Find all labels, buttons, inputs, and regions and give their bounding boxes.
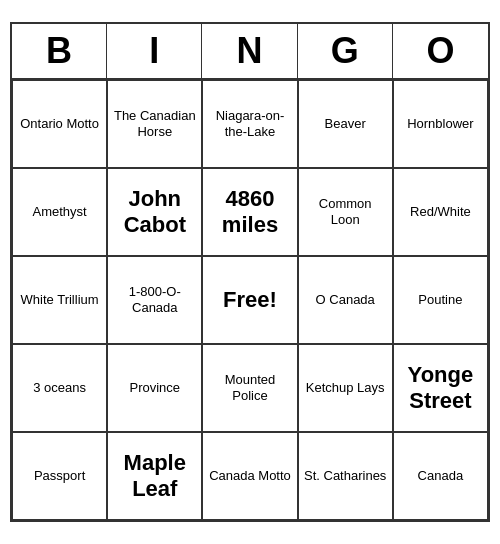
bingo-card: BINGO Ontario MottoThe Canadian HorseNia… (10, 22, 490, 522)
header-letter-o: O (393, 24, 488, 78)
bingo-cell-22: Canada Motto (202, 432, 297, 520)
header-letter-n: N (202, 24, 297, 78)
bingo-cell-12: Free! (202, 256, 297, 344)
bingo-header: BINGO (12, 24, 488, 80)
bingo-cell-9: Red/White (393, 168, 488, 256)
bingo-cell-16: Province (107, 344, 202, 432)
bingo-cell-8: Common Loon (298, 168, 393, 256)
bingo-cell-18: Ketchup Lays (298, 344, 393, 432)
header-letter-i: I (107, 24, 202, 78)
bingo-cell-10: White Trillium (12, 256, 107, 344)
bingo-cell-24: Canada (393, 432, 488, 520)
bingo-cell-3: Beaver (298, 80, 393, 168)
bingo-cell-0: Ontario Motto (12, 80, 107, 168)
header-letter-g: G (298, 24, 393, 78)
bingo-cell-20: Passport (12, 432, 107, 520)
bingo-cell-4: Hornblower (393, 80, 488, 168)
header-letter-b: B (12, 24, 107, 78)
bingo-cell-19: Yonge Street (393, 344, 488, 432)
bingo-cell-23: St. Catharines (298, 432, 393, 520)
bingo-cell-14: Poutine (393, 256, 488, 344)
bingo-cell-21: Maple Leaf (107, 432, 202, 520)
bingo-cell-13: O Canada (298, 256, 393, 344)
bingo-cell-1: The Canadian Horse (107, 80, 202, 168)
bingo-cell-7: 4860 miles (202, 168, 297, 256)
bingo-cell-5: Amethyst (12, 168, 107, 256)
bingo-cell-17: Mounted Police (202, 344, 297, 432)
bingo-cell-15: 3 oceans (12, 344, 107, 432)
bingo-cell-6: John Cabot (107, 168, 202, 256)
bingo-grid: Ontario MottoThe Canadian HorseNiagara-o… (12, 80, 488, 520)
bingo-cell-2: Niagara-on-the-Lake (202, 80, 297, 168)
bingo-cell-11: 1-800-O-Canada (107, 256, 202, 344)
